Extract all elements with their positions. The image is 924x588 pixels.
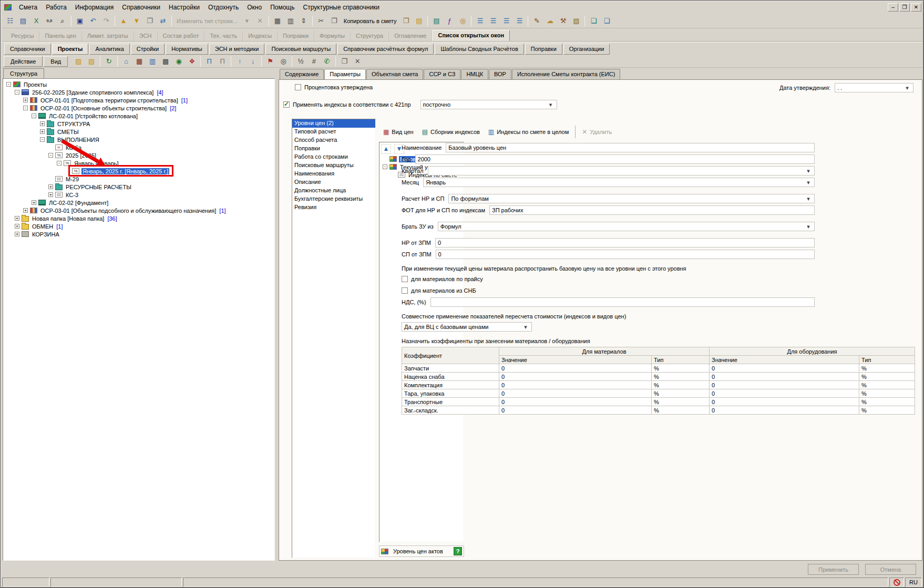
params-section-5[interactable]: Поисковые маршруты bbox=[292, 161, 375, 170]
phone-button[interactable]: ✆ bbox=[321, 55, 333, 67]
pack-button[interactable]: ❐ bbox=[143, 15, 156, 27]
index-collection-button[interactable]: ▤Сборник индексов bbox=[418, 127, 484, 137]
coefficient-name-cell[interactable]: Тара, упаковка bbox=[402, 389, 499, 398]
add-project-button[interactable]: ⌂ bbox=[120, 55, 132, 67]
view-finder-button[interactable]: ◎ bbox=[277, 55, 290, 67]
document-tab-3[interactable]: ССР и СЗ bbox=[424, 69, 460, 79]
dock-tab-6[interactable]: Индексы bbox=[243, 31, 278, 41]
tree-row[interactable]: -256-02-2025 [Здание спортивного комплек… bbox=[3, 88, 274, 96]
equipment-type-cell[interactable]: % bbox=[859, 381, 915, 389]
params-section-1[interactable]: Типовой расчет bbox=[292, 128, 375, 136]
tree-row[interactable]: М-29 bbox=[3, 175, 274, 183]
excel-export-button[interactable]: X bbox=[30, 15, 43, 27]
expertise-add-button[interactable]: П bbox=[216, 55, 229, 67]
tree-row[interactable]: -Январь [Январь] bbox=[3, 159, 274, 167]
chevron-down-icon[interactable] bbox=[805, 179, 812, 186]
expand-icon[interactable]: + bbox=[15, 224, 19, 229]
menu-item-8[interactable]: Структурные справочники bbox=[299, 2, 384, 13]
restore-button[interactable]: ❐ bbox=[899, 3, 910, 12]
status-language-segment[interactable]: RU bbox=[905, 577, 922, 587]
undo-button[interactable]: ↶ bbox=[87, 15, 99, 27]
pencil-button[interactable]: ✎ bbox=[530, 15, 543, 27]
close-panel-button[interactable]: ✕ bbox=[351, 55, 364, 67]
flag-button[interactable]: ⚑ bbox=[264, 55, 276, 67]
folder-docs-button[interactable]: ▧ bbox=[570, 15, 582, 27]
collapse-icon[interactable]: - bbox=[6, 82, 11, 87]
document-tab-0[interactable]: Содержание bbox=[280, 69, 324, 79]
tree-row[interactable]: +ОСР-03-01 [Объекты подсобного и обслужи… bbox=[3, 207, 274, 214]
exchange-button[interactable]: ⇄ bbox=[157, 15, 169, 27]
materials-value-cell[interactable]: 0 bbox=[499, 364, 652, 373]
tree-row[interactable]: +ОБМЕН[1] bbox=[3, 222, 274, 230]
download-button[interactable]: ▼ bbox=[130, 15, 143, 27]
tab-structure[interactable]: Структура bbox=[3, 68, 44, 78]
materials-value-cell[interactable]: 0 bbox=[499, 373, 652, 381]
indexes-whole-estimate-button[interactable]: ▥Индексы по смете в целом bbox=[484, 127, 573, 137]
expand-icon[interactable]: + bbox=[48, 192, 53, 197]
workspace-tab-6[interactable]: Поисковые маршруты bbox=[265, 44, 336, 55]
copy-button[interactable]: ❐ bbox=[328, 15, 341, 27]
materials-value-cell[interactable]: 0 bbox=[499, 406, 652, 415]
vat-field[interactable] bbox=[430, 297, 815, 307]
dock-tab-3[interactable]: ЭСН bbox=[134, 31, 158, 41]
coefficient-name-cell[interactable]: Запчасти bbox=[402, 364, 499, 373]
folder-open-button[interactable]: ▨ bbox=[72, 55, 85, 67]
minimize-button[interactable]: – bbox=[888, 3, 898, 12]
dock-tab-9[interactable]: Структура bbox=[351, 31, 389, 41]
tree-row[interactable]: +ЛС-02-02 [Фундамент] bbox=[3, 199, 274, 207]
dock-tab-2[interactable]: Лимит. затраты bbox=[82, 31, 134, 41]
add-section-button[interactable]: ▥ bbox=[284, 15, 297, 27]
workspace-tab-10[interactable]: Организации bbox=[563, 44, 610, 55]
materials-type-cell[interactable]: % bbox=[652, 389, 710, 398]
materials-type-cell[interactable]: % bbox=[652, 364, 710, 373]
apply-indexes-mode-dropdown[interactable]: построчно bbox=[420, 100, 557, 109]
tree-row[interactable]: +КОРЗИНА bbox=[3, 230, 274, 238]
collapse-icon[interactable]: - bbox=[57, 161, 61, 166]
chevron-down-icon[interactable] bbox=[805, 195, 812, 202]
apply-indexes-checkbox[interactable] bbox=[283, 101, 290, 108]
menu-item-7[interactable]: Помощь bbox=[266, 2, 299, 13]
calc-button[interactable]: # bbox=[307, 55, 320, 67]
chevron-down-icon[interactable] bbox=[805, 223, 812, 230]
materials-type-cell[interactable]: % bbox=[652, 373, 710, 381]
outline-level2-button[interactable]: ☰ bbox=[487, 15, 499, 27]
dock-tab-8[interactable]: Формулы bbox=[314, 31, 351, 41]
sp-zpm-field[interactable]: 0 bbox=[436, 250, 815, 259]
quarter-dropdown[interactable] bbox=[428, 166, 815, 176]
materials-type-cell[interactable]: % bbox=[652, 381, 710, 389]
chevron-down-icon[interactable] bbox=[522, 324, 529, 331]
cloud-button[interactable]: ☁ bbox=[543, 15, 556, 27]
save-button[interactable]: ▣ bbox=[74, 15, 86, 27]
params-section-8[interactable]: Должностные лица bbox=[292, 187, 375, 195]
materials-value-cell[interactable]: 0 bbox=[499, 389, 652, 398]
dock-tab-0[interactable]: Ресурсы bbox=[6, 31, 39, 41]
nr-zpm-field[interactable]: 0 bbox=[435, 238, 815, 247]
params-section-3[interactable]: Поправки bbox=[292, 145, 375, 153]
approved-checkbox[interactable] bbox=[295, 84, 301, 90]
materials-snb-checkbox[interactable] bbox=[402, 287, 408, 294]
equipment-value-cell[interactable]: 0 bbox=[710, 389, 859, 398]
materials-value-cell[interactable]: 0 bbox=[499, 381, 652, 389]
expand-icon[interactable]: + bbox=[23, 98, 28, 102]
expand-icon[interactable]: + bbox=[15, 232, 19, 236]
cut-button[interactable]: ✂ bbox=[315, 15, 327, 27]
workspace-tab-9[interactable]: Поправки bbox=[525, 44, 562, 55]
expand-icon[interactable]: + bbox=[48, 184, 53, 189]
action-menu-button[interactable]: Действие bbox=[4, 56, 43, 67]
coefficient-name-cell[interactable]: Транспортные bbox=[402, 398, 499, 406]
help-button[interactable]: ? bbox=[454, 547, 462, 555]
name-field[interactable]: Базовый уровень цен bbox=[446, 143, 815, 152]
books-button[interactable]: ❏ bbox=[587, 15, 600, 27]
params-section-4[interactable]: Работа со строками bbox=[292, 153, 375, 161]
tree-row[interactable]: +Новая папка [Новая папка][36] bbox=[3, 214, 274, 222]
reports-button[interactable]: ▦ bbox=[133, 55, 146, 67]
tree-row[interactable]: -Проекты bbox=[3, 80, 274, 88]
year-field[interactable]: 2000 bbox=[415, 154, 815, 164]
equipment-value-cell[interactable]: 0 bbox=[710, 398, 859, 406]
document-tab-2[interactable]: Объектная смета bbox=[366, 69, 424, 79]
menu-item-2[interactable]: Информация bbox=[71, 2, 118, 13]
formula-button[interactable]: ƒ bbox=[443, 15, 456, 27]
workspace-tab-7[interactable]: Справочник расчётных формул bbox=[337, 44, 434, 55]
price-view-button[interactable]: ▦Вид цен bbox=[379, 127, 418, 137]
tree-row[interactable]: +СМЕТЫ bbox=[3, 128, 274, 136]
